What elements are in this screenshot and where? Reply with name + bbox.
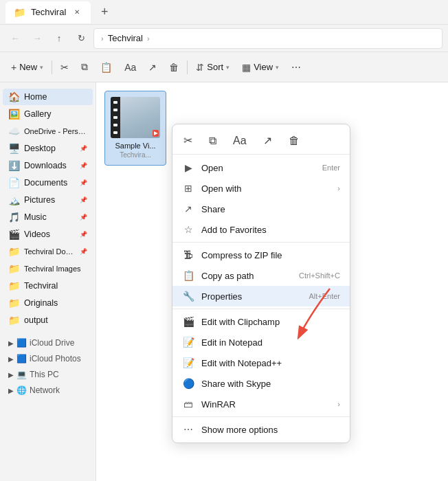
sidebar-item-downloads[interactable]: ⬇️ Downloads 📌 (3, 157, 93, 174)
show-more-icon: ⋯ (182, 423, 194, 436)
ctx-item-open-with[interactable]: ⊞ Open with › (172, 178, 350, 199)
sidebar-item-documents[interactable]: 📄 Documents 📌 (3, 175, 93, 191)
sidebar-item-home[interactable]: 🏠 Home (3, 89, 93, 105)
copy-button[interactable]: ⧉ (76, 58, 93, 76)
share-icon: ↗ (148, 62, 157, 73)
share-button[interactable]: ↗ (143, 59, 162, 76)
sidebar: 🏠 Home 🖼️ Gallery ☁️ OneDrive - Persona … (0, 82, 96, 481)
ctx-share-button[interactable]: ↗ (260, 131, 275, 150)
copy-icon: ⧉ (81, 61, 88, 73)
content-area: ▶ Sample Vi... Techvira... ✂ ⧉ Aa ↗ 🗑 ▶ … (96, 82, 448, 481)
delete-button[interactable]: 🗑 (164, 59, 184, 76)
new-button[interactable]: + New ▾ (5, 59, 49, 76)
ctx-item-open[interactable]: ▶ Open Enter (172, 157, 350, 178)
documents-icon: 📄 (8, 177, 20, 188)
tab-label: Techviral (31, 7, 66, 17)
sidebar-group-this-pc[interactable]: ▶ 💻 This PC (3, 367, 93, 382)
ctx-rename-button[interactable]: Aa (230, 132, 249, 150)
downloads-icon: ⬇️ (8, 160, 20, 171)
sidebar-item-techviral-images[interactable]: 📁 Techviral Images (3, 260, 93, 277)
film-hole-1 (113, 101, 117, 104)
refresh-button[interactable]: ↻ (71, 29, 91, 48)
sidebar-group-icloud-photos[interactable]: ▶ 🟦 iCloud Photos (3, 351, 93, 366)
new-icon: + (11, 62, 16, 73)
sidebar-item-music[interactable]: 🎵 Music 📌 (3, 209, 93, 225)
view-label: View (254, 62, 273, 72)
ctx-delete-button[interactable]: 🗑 (286, 132, 302, 150)
ctx-item-winrar[interactable]: 🗃 WinRAR › (172, 394, 350, 414)
expand-arrow-icon-2: ▶ (8, 355, 14, 363)
ctx-shortcut-open: Enter (322, 164, 340, 172)
ctx-cut-button[interactable]: ✂ (181, 131, 195, 150)
ctx-item-notepadpp[interactable]: 📝 Edit with Notepad++ (172, 353, 350, 373)
sidebar-item-gallery[interactable]: 🖼️ Gallery (3, 106, 93, 122)
path-chevron-icon: › (101, 34, 104, 43)
pin-icon-downloads: 📌 (80, 162, 87, 169)
ctx-label-skype: Share with Skype (201, 379, 340, 389)
sidebar-item-label-downloads: Downloads (24, 161, 76, 170)
ctx-item-copy-path[interactable]: 📋 Copy as path Ctrl+Shift+C (172, 265, 350, 286)
sidebar-item-label-videos: Videos (24, 230, 76, 239)
music-icon: 🎵 (8, 212, 20, 223)
tab-close-button[interactable]: ✕ (71, 7, 82, 18)
ctx-item-compress[interactable]: 🗜 Compress to ZIP file (172, 245, 350, 265)
ctx-item-properties[interactable]: 🔧 Properties Alt+Enter (172, 286, 350, 306)
icloud-drive-icon: 🟦 (16, 338, 27, 348)
originals-icon: 📁 (8, 298, 20, 309)
sidebar-item-onedrive[interactable]: ☁️ OneDrive - Persona (3, 123, 93, 139)
sidebar-item-label-gallery: Gallery (24, 109, 87, 119)
path-segment-techviral: Techviral (108, 33, 143, 43)
network-icon: 🌐 (16, 385, 27, 395)
sidebar-item-desktop[interactable]: 🖥️ Desktop 📌 (3, 140, 93, 157)
ctx-label-notepad: Edit in Notepad (201, 337, 340, 348)
ctx-item-skype[interactable]: 🔵 Share with Skype (172, 373, 350, 394)
sidebar-group-icloud-drive[interactable]: ▶ 🟦 iCloud Drive (3, 335, 93, 350)
winrar-icon: 🗃 (182, 398, 194, 410)
delete-icon: 🗑 (169, 62, 179, 73)
new-tab-button[interactable]: + (93, 1, 115, 23)
more-button[interactable]: ⋯ (286, 59, 306, 76)
file-name-label: Sample Vi... Techvira... (115, 141, 155, 159)
videos-icon: 🎬 (8, 229, 20, 240)
toolbar-separator-2 (187, 60, 188, 74)
cut-button[interactable]: ✂ (55, 59, 74, 76)
ctx-item-notepad[interactable]: 📝 Edit in Notepad (172, 332, 350, 353)
expand-arrow-icon: ▶ (8, 339, 14, 347)
sidebar-item-techviral[interactable]: 📁 Techviral (3, 278, 93, 294)
file-item-sample-video[interactable]: ▶ Sample Vi... Techvira... (104, 91, 166, 166)
sidebar-item-videos[interactable]: 🎬 Videos 📌 (3, 226, 93, 243)
ctx-item-share[interactable]: ↗ Share (172, 199, 350, 219)
sort-button[interactable]: ⇵ Sort ▾ (190, 59, 235, 76)
ctx-item-add-favorites[interactable]: ☆ Add to Favorites (172, 219, 350, 240)
sidebar-item-pictures[interactable]: 🏔️ Pictures 📌 (3, 192, 93, 208)
ctx-label-open: Open (201, 163, 315, 173)
file-type-badge: ▶ (153, 130, 159, 137)
desktop-icon: 🖥️ (8, 143, 20, 154)
winrar-arrow-icon: › (337, 400, 340, 408)
paste-button[interactable]: 📋 (95, 59, 117, 76)
rename-button[interactable]: Aa (119, 59, 142, 76)
back-button[interactable]: ← (5, 29, 25, 48)
cut-icon: ✂ (60, 62, 69, 73)
address-path[interactable]: › Techviral › (93, 28, 443, 49)
ctx-copy-button[interactable]: ⧉ (206, 132, 219, 150)
sidebar-group-network[interactable]: ▶ 🌐 Network (3, 383, 93, 398)
notepadpp-icon: 📝 (182, 357, 194, 369)
view-icon: ▦ (242, 62, 251, 73)
sidebar-item-originals[interactable]: 📁 Originals (3, 295, 93, 311)
techviral-images-icon: 📁 (8, 263, 20, 274)
ctx-item-show-more[interactable]: ⋯ Show more options (172, 419, 350, 440)
sort-label: Sort (207, 62, 223, 72)
techviral-docum-icon: 📁 (8, 246, 20, 257)
forward-button[interactable]: → (27, 29, 47, 48)
view-button[interactable]: ▦ View ▾ (236, 59, 284, 76)
home-icon: 🏠 (8, 91, 20, 102)
sort-icon: ⇵ (196, 62, 204, 73)
sidebar-item-techviral-docum[interactable]: 📁 Techviral Docum 📌 (3, 243, 93, 260)
share-ctx-icon: ↗ (182, 203, 194, 215)
sidebar-item-output[interactable]: 📁 output (3, 312, 93, 328)
ctx-label-clipchamp: Edit with Clipchamp (201, 317, 340, 327)
active-tab[interactable]: 📁 Techviral ✕ (5, 1, 91, 23)
up-button[interactable]: ↑ (49, 29, 69, 48)
ctx-item-clipchamp[interactable]: 🎬 Edit with Clipchamp (172, 311, 350, 332)
